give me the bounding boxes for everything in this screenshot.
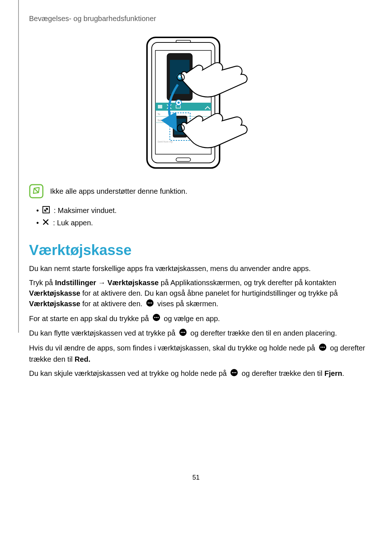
list-item: • : Maksimer vinduet.	[36, 206, 367, 216]
list-item-label: : Luk appen.	[53, 219, 93, 227]
svg-point-33	[149, 302, 150, 303]
svg-point-46	[324, 346, 325, 348]
note-text: Ikke alle apps understøtter denne funkti…	[50, 187, 187, 196]
body-paragraph: Du kan skjule værktøjskassen ved at tryk…	[25, 368, 367, 379]
body-paragraph: Tryk på Indstillinger → Værktøjskasse på…	[25, 278, 367, 310]
svg-point-44	[320, 346, 322, 348]
close-icon	[42, 218, 49, 227]
svg-point-49	[234, 372, 235, 373]
svg-point-42	[184, 332, 185, 333]
svg-point-34	[151, 302, 152, 303]
body-paragraph: Du kan flytte værktøjskassen ved at tryk…	[25, 328, 367, 339]
body-paragraph: Du kan nemt starte forskellige apps fra …	[25, 263, 367, 274]
svg-text:Sent from my: Sent from my	[158, 140, 173, 143]
svg-point-37	[156, 317, 157, 318]
toolbox-icon	[152, 313, 160, 324]
toolbox-icon	[146, 299, 154, 310]
svg-point-36	[154, 317, 155, 318]
svg-point-38	[158, 317, 159, 318]
list-item: • : Luk appen.	[36, 218, 367, 227]
maximize-icon	[42, 206, 50, 216]
body-paragraph: Hvis du vil ændre de apps, som findes i …	[25, 343, 367, 365]
svg-point-50	[235, 372, 236, 373]
svg-point-45	[322, 346, 323, 348]
page-number: 51	[25, 474, 367, 481]
note-icon	[29, 184, 44, 198]
illustration-container: To Subject	[25, 34, 367, 173]
section-header: Bevægelses- og brugbarhedsfunktioner	[25, 15, 367, 23]
svg-point-32	[148, 302, 149, 303]
toolbox-icon	[319, 343, 327, 354]
icon-description-list: • : Maksimer vinduet. • : Luk appen.	[25, 206, 367, 227]
body-paragraph: For at starte en app skal du trykke på o…	[25, 313, 367, 325]
left-margin-rule	[18, 0, 19, 333]
svg-text:Subject: Subject	[158, 119, 166, 122]
svg-point-41	[182, 332, 183, 333]
list-item-label: : Maksimer vinduet.	[54, 206, 117, 215]
svg-point-40	[181, 332, 182, 333]
svg-point-7	[179, 75, 181, 78]
svg-rect-9	[158, 105, 162, 108]
svg-point-22	[177, 102, 180, 104]
svg-text:To: To	[158, 113, 160, 115]
note-row: Ikke alle apps understøtter denne funkti…	[25, 184, 367, 198]
bullet-icon: •	[36, 206, 38, 215]
phone-drag-illustration: To Subject	[142, 34, 250, 173]
bullet-icon: •	[36, 219, 38, 227]
svg-rect-27	[30, 185, 43, 198]
svg-rect-8	[155, 103, 211, 111]
svg-point-48	[232, 372, 233, 373]
toolbox-icon	[179, 328, 187, 339]
page-title: Værktøjskasse	[25, 242, 367, 258]
toolbox-icon	[230, 369, 238, 379]
